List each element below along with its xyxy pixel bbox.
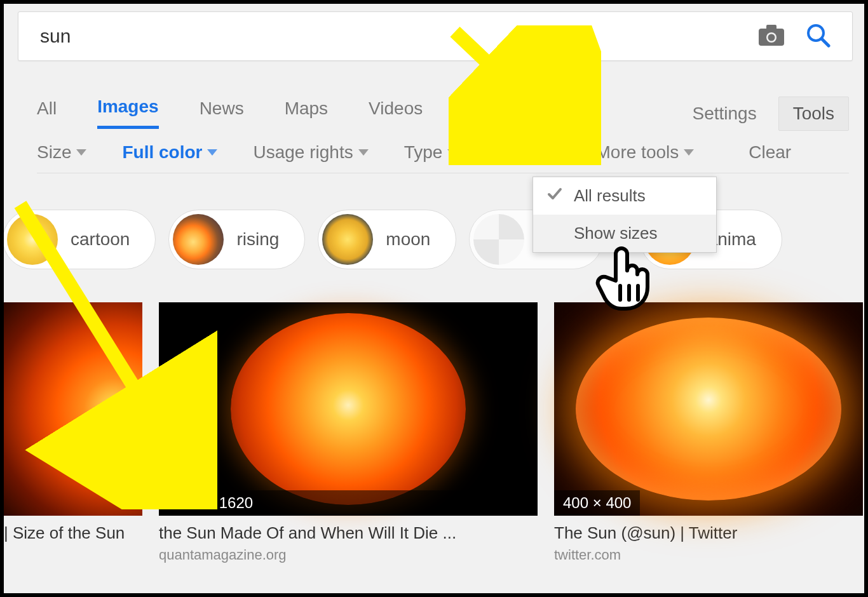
filter-size[interactable]: Size [37,142,86,163]
filter-time[interactable]: Time [493,142,547,163]
chip-label: moon [386,229,430,250]
svg-rect-1 [766,25,776,30]
chip-rising[interactable]: rising [168,210,305,269]
dropdown-item-label: All results [574,186,646,206]
result-image[interactable]: 400 × 400 [554,302,863,516]
result-dimensions-badge: 2880 × 1620 [159,490,538,516]
chevron-down-icon [447,149,458,156]
result-card[interactable]: 2880 × 1620 the Sun Made Of and When Wil… [159,302,538,563]
result-image[interactable]: 2880 × 1620 [159,302,538,516]
filter-type-label: Type [404,142,443,163]
tab-videos[interactable]: Videos [369,98,423,128]
dropdown-item-show-sizes[interactable]: Show sizes [533,215,716,252]
chevron-down-icon [538,149,548,156]
chevron-down-icon [207,149,217,156]
tab-more[interactable]: More [463,98,504,128]
tab-images[interactable]: Images [97,97,159,129]
filter-usage-rights[interactable]: Usage rights [253,142,368,163]
result-dimensions-badge: 400 × 400 [554,490,640,516]
tab-settings[interactable]: Settings [692,104,756,124]
tab-maps[interactable]: Maps [285,98,328,128]
result-domain: twitter.com [554,547,863,563]
result-title: the Sun Made Of and When Will It Die ... [159,523,538,543]
filter-color-label: Full color [122,142,202,163]
tab-news[interactable]: News [200,98,244,128]
filter-more-tools-label: More tools [596,142,679,163]
search-input[interactable] [18,25,758,47]
more-tools-dropdown: All results Show sizes [532,177,717,253]
dropdown-item-all-results[interactable]: All results [533,177,716,215]
filter-type[interactable]: Type [404,142,458,163]
chevron-down-icon [684,149,694,156]
filter-usage-label: Usage rights [253,142,353,163]
chip-thumbnail [322,214,373,265]
chip-label: cartoon [71,229,130,250]
chevron-down-icon [76,149,86,156]
filter-size-label: Size [37,142,71,163]
chip-thumbnail [173,214,224,265]
result-title: | Size of the Sun [4,523,142,543]
filter-clear[interactable]: Clear [749,142,791,163]
filter-time-label: Time [493,142,532,163]
chip-thumbnail [7,214,58,265]
tab-all[interactable]: All [37,98,57,128]
result-card[interactable]: | Size of the Sun [4,302,142,543]
filter-color[interactable]: Full color [122,142,217,163]
chip-label: rising [236,229,279,250]
result-image[interactable] [4,302,142,516]
dropdown-item-label: Show sizes [574,224,658,243]
chevron-down-icon [358,149,369,156]
filter-more-tools[interactable]: More tools [596,142,695,163]
search-icon[interactable] [805,22,831,50]
svg-line-5 [822,39,829,46]
chip-thumbnail [473,214,524,265]
result-domain: quantamagazine.org [159,547,538,563]
search-box[interactable] [18,11,853,61]
result-title: The Sun (@sun) | Twitter [554,523,863,543]
chip-cartoon[interactable]: cartoon [3,210,156,269]
camera-icon[interactable] [758,23,785,49]
chip-moon[interactable]: moon [318,210,456,269]
check-icon [547,186,564,206]
result-card[interactable]: 400 × 400 The Sun (@sun) | Twitter twitt… [554,302,863,563]
tools-button[interactable]: Tools [778,97,849,131]
svg-point-3 [768,34,775,41]
